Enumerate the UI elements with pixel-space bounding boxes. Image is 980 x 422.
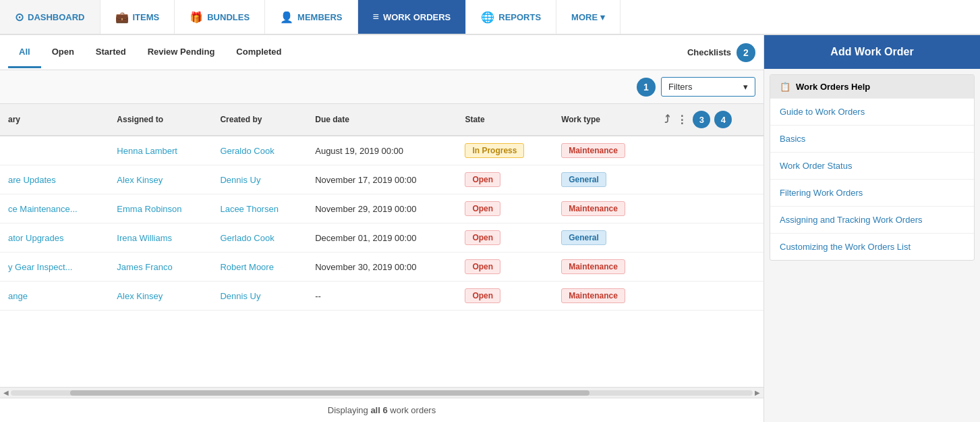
table-row[interactable]: ce Maintenance... Emma Robinson Lacee Th… bbox=[0, 194, 763, 223]
members-icon: 👤 bbox=[280, 11, 293, 24]
items-icon: 💼 bbox=[115, 11, 129, 24]
nav-items-label: ITEMS bbox=[133, 12, 160, 22]
scroll-left-arrow[interactable]: ◀ bbox=[1, 389, 11, 396]
nav-bundles[interactable]: 🎁 BUNDLES bbox=[175, 0, 265, 34]
tab-started[interactable]: Started bbox=[85, 37, 137, 68]
filter-row: 1 Filters ▾ bbox=[0, 70, 763, 104]
state-badge: Open bbox=[465, 288, 500, 303]
checklists-badge[interactable]: 2 bbox=[737, 43, 755, 62]
cell-summary[interactable]: ator Upgrades bbox=[0, 223, 109, 253]
top-navigation: ⊙ DASHBOARD 💼 ITEMS 🎁 BUNDLES 👤 MEMBERS … bbox=[0, 0, 980, 35]
export-icon[interactable]: ⤴ bbox=[663, 112, 671, 127]
work-type-badge: Maintenance bbox=[561, 143, 625, 158]
right-sidebar: Add Work Order 📋 Work Orders Help Guide … bbox=[764, 35, 980, 422]
cell-work-type: General bbox=[553, 223, 655, 253]
help-link-guide[interactable]: Guide to Work Orders bbox=[770, 99, 974, 126]
cell-due-date: December 01, 2019 00:00 bbox=[307, 223, 457, 253]
cell-state: Open bbox=[457, 194, 553, 223]
tab-open[interactable]: Open bbox=[41, 37, 85, 68]
th-state: State bbox=[457, 104, 553, 136]
help-link-basics[interactable]: Basics bbox=[770, 126, 974, 153]
nav-reports[interactable]: 🌐 REPORTS bbox=[466, 0, 556, 34]
help-link-assigning[interactable]: Assigning and Tracking Work Orders bbox=[770, 207, 974, 234]
table-body: Henna Lambert Geraldo Cook August 19, 20… bbox=[0, 136, 763, 311]
cell-actions bbox=[655, 136, 763, 165]
table-action-icons: ⤴ ⋮ 3 4 bbox=[663, 111, 755, 128]
table-row[interactable]: y Gear Inspect... James Franco Robert Mo… bbox=[0, 253, 763, 282]
tabs-bar: All Open Started Review Pending Complete… bbox=[0, 35, 763, 70]
nav-more[interactable]: MORE ▾ bbox=[556, 0, 621, 34]
state-badge: Open bbox=[465, 259, 500, 274]
cell-summary[interactable]: ce Maintenance... bbox=[0, 194, 109, 223]
cell-assigned-to[interactable]: James Franco bbox=[109, 253, 212, 282]
badge-4: 4 bbox=[714, 111, 732, 128]
state-badge: Open bbox=[465, 230, 500, 245]
table-row[interactable]: Henna Lambert Geraldo Cook August 19, 20… bbox=[0, 136, 763, 165]
nav-dashboard[interactable]: ⊙ DASHBOARD bbox=[0, 0, 100, 34]
cell-actions bbox=[655, 253, 763, 282]
cell-created-by[interactable]: Gerlado Cook bbox=[212, 223, 307, 253]
cell-created-by[interactable]: Dennis Uy bbox=[212, 165, 307, 194]
cell-work-type: Maintenance bbox=[553, 282, 655, 311]
cell-state: Open bbox=[457, 223, 553, 253]
cell-actions bbox=[655, 194, 763, 223]
work-type-badge: General bbox=[561, 172, 606, 187]
tab-all[interactable]: All bbox=[8, 37, 41, 68]
table-row[interactable]: ator Upgrades Irena Williams Gerlado Coo… bbox=[0, 223, 763, 253]
cell-due-date: -- bbox=[307, 282, 457, 311]
table-header-row: ary Assigned to Created by Due date Stat… bbox=[0, 104, 763, 136]
cell-assigned-to[interactable]: Alex Kinsey bbox=[109, 165, 212, 194]
cell-created-by[interactable]: Geraldo Cook bbox=[212, 136, 307, 165]
cell-summary[interactable]: y Gear Inspect... bbox=[0, 253, 109, 282]
badge-3: 3 bbox=[693, 111, 710, 128]
cell-work-type: Maintenance bbox=[553, 136, 655, 165]
nav-reports-label: REPORTS bbox=[498, 12, 541, 22]
scroll-right-arrow[interactable]: ▶ bbox=[753, 389, 762, 396]
horizontal-scrollbar[interactable]: ◀ ▶ bbox=[0, 387, 763, 398]
nav-work-orders[interactable]: ≡ WORK ORDERS bbox=[358, 0, 467, 34]
more-options-icon[interactable]: ⋮ bbox=[675, 112, 689, 128]
th-due-date: Due date bbox=[307, 104, 457, 136]
help-link-filtering[interactable]: Filtering Work Orders bbox=[770, 180, 974, 207]
table-row[interactable]: ange Alex Kinsey Dennis Uy -- Open Maint… bbox=[0, 282, 763, 311]
cell-summary[interactable]: ange bbox=[0, 282, 109, 311]
th-actions: ⤴ ⋮ 3 4 bbox=[655, 104, 763, 136]
help-link-customizing[interactable]: Customizing the Work Orders List bbox=[770, 234, 974, 260]
work-orders-table-container: ary Assigned to Created by Due date Stat… bbox=[0, 104, 763, 387]
cell-work-type: General bbox=[553, 165, 655, 194]
cell-due-date: November 30, 2019 00:00 bbox=[307, 253, 457, 282]
scrollbar-thumb[interactable] bbox=[70, 390, 589, 396]
cell-due-date: November 17, 2019 00:00 bbox=[307, 165, 457, 194]
table-footer: Displaying all 6 work orders bbox=[0, 398, 763, 422]
add-work-order-button[interactable]: Add Work Order bbox=[764, 35, 980, 69]
tab-review-pending[interactable]: Review Pending bbox=[137, 37, 226, 68]
help-header: 📋 Work Orders Help bbox=[770, 75, 974, 99]
help-link-status[interactable]: Work Order Status bbox=[770, 153, 974, 180]
scrollbar-track[interactable] bbox=[11, 390, 753, 396]
content-area: All Open Started Review Pending Complete… bbox=[0, 35, 764, 422]
work-type-badge: Maintenance bbox=[561, 201, 625, 216]
cell-created-by[interactable]: Dennis Uy bbox=[212, 282, 307, 311]
tab-completed[interactable]: Completed bbox=[225, 37, 292, 68]
cell-state: In Progress bbox=[457, 136, 553, 165]
cell-assigned-to[interactable]: Alex Kinsey bbox=[109, 282, 212, 311]
help-icon: 📋 bbox=[780, 82, 790, 92]
nav-items[interactable]: 💼 ITEMS bbox=[100, 0, 175, 34]
nav-members[interactable]: 👤 MEMBERS bbox=[265, 0, 357, 34]
table-row[interactable]: are Updates Alex Kinsey Dennis Uy Novemb… bbox=[0, 165, 763, 194]
cell-created-by[interactable]: Lacee Thorsen bbox=[212, 194, 307, 223]
filters-dropdown[interactable]: Filters ▾ bbox=[661, 77, 755, 97]
cell-summary[interactable] bbox=[0, 136, 109, 165]
cell-assigned-to[interactable]: Irena Williams bbox=[109, 223, 212, 253]
cell-summary[interactable]: are Updates bbox=[0, 165, 109, 194]
state-badge: Open bbox=[465, 201, 500, 216]
cell-created-by[interactable]: Robert Moore bbox=[212, 253, 307, 282]
filters-arrow: ▾ bbox=[743, 82, 748, 92]
cell-assigned-to[interactable]: Emma Robinson bbox=[109, 194, 212, 223]
cell-work-type: Maintenance bbox=[553, 194, 655, 223]
help-header-label: Work Orders Help bbox=[796, 82, 870, 92]
cell-assigned-to[interactable]: Henna Lambert bbox=[109, 136, 212, 165]
nav-bundles-label: BUNDLES bbox=[207, 12, 250, 22]
nav-more-label: MORE ▾ bbox=[571, 12, 605, 22]
work-orders-icon: ≡ bbox=[373, 11, 379, 23]
